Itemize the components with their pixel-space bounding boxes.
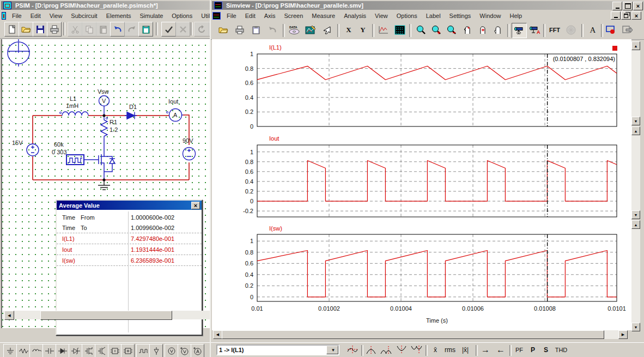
- local-min-button[interactable]: [395, 343, 408, 356]
- psim-menu-item[interactable]: Simulate: [136, 12, 168, 20]
- measure-button[interactable]: [512, 23, 527, 38]
- snapshot-button[interactable]: [604, 23, 618, 37]
- element-subcircuit1-button[interactable]: [108, 344, 121, 357]
- dc-source-90v[interactable]: [183, 148, 196, 160]
- abs-mean-button[interactable]: |x̄|: [458, 343, 472, 356]
- psim-hscrollbar[interactable]: ◀: [3, 311, 210, 319]
- view-netlist-button[interactable]: [138, 22, 153, 37]
- simview-menu-item[interactable]: Settings: [445, 12, 476, 20]
- simview-menu-item[interactable]: Measure: [307, 12, 339, 20]
- element-ground-button[interactable]: [3, 344, 17, 357]
- scroll-left-button[interactable]: ◀: [213, 330, 222, 339]
- psim-menu-item[interactable]: File: [8, 12, 26, 20]
- next-max-button[interactable]: [380, 343, 393, 356]
- simulation-control-clock[interactable]: [8, 39, 30, 66]
- run-simulation-button[interactable]: [161, 22, 176, 37]
- inductor-l1[interactable]: [59, 112, 88, 116]
- simview-menu-item[interactable]: File: [222, 12, 241, 20]
- simview-menu-item[interactable]: Options: [392, 12, 422, 20]
- diode-d1[interactable]: [125, 112, 137, 119]
- jump-forward-button[interactable]: →: [479, 343, 492, 356]
- simview-menu-item[interactable]: View: [370, 12, 392, 20]
- measure-point-button[interactable]: [346, 343, 359, 356]
- save-button[interactable]: [33, 22, 47, 37]
- combobox-dropdown-button[interactable]: ▼: [326, 346, 338, 354]
- print-button[interactable]: [47, 22, 62, 37]
- hand-button[interactable]: [491, 23, 505, 37]
- local-max-button[interactable]: [364, 343, 378, 356]
- zoom-button[interactable]: [414, 23, 428, 37]
- gating-source[interactable]: [66, 155, 96, 165]
- paste-button[interactable]: [96, 22, 111, 37]
- mdi-close-button[interactable]: ×: [631, 11, 641, 20]
- ground-symbol[interactable]: [98, 180, 110, 190]
- simview-menu-item[interactable]: Window: [475, 12, 505, 20]
- time-domain-button[interactable]: [564, 23, 578, 37]
- rerun-button[interactable]: [194, 22, 209, 37]
- element-inductor-button[interactable]: [29, 344, 43, 357]
- text-label-button[interactable]: A: [586, 23, 600, 37]
- curve-view-button[interactable]: [376, 23, 391, 37]
- psim-menu-item[interactable]: Edit: [26, 12, 45, 20]
- element-subcircuit2-button[interactable]: [121, 344, 135, 357]
- simview-menu-item[interactable]: Screen: [280, 12, 307, 20]
- psim-menu-item[interactable]: Elements: [102, 12, 136, 20]
- scroll-right-button[interactable]: ▶: [618, 330, 628, 339]
- psim-menu-item[interactable]: Subcircuit: [66, 12, 101, 20]
- next-min-button[interactable]: [410, 343, 423, 356]
- simview-document-icon[interactable]: [212, 12, 221, 20]
- element-voltage-sensor-button[interactable]: [178, 344, 191, 357]
- scroll-up-button[interactable]: ▲: [631, 126, 640, 135]
- dialog-titlebar[interactable]: Average Value ×: [57, 201, 202, 210]
- scroll-thumb[interactable]: [222, 330, 604, 339]
- thd-button[interactable]: THD: [553, 343, 569, 356]
- pan-add-button[interactable]: [476, 23, 490, 37]
- export-button[interactable]: [621, 23, 635, 37]
- element-squarewave-button[interactable]: [136, 344, 150, 357]
- schematic-canvas[interactable]: 15V L1 1mH Vsw V D1 Iout A R1 1.2 60k 0 …: [1, 39, 210, 328]
- scroll-up-button[interactable]: ▲: [631, 41, 640, 50]
- psim-document-icon[interactable]: [2, 12, 6, 20]
- copy-button[interactable]: [82, 22, 96, 37]
- resistor-r1[interactable]: [101, 116, 108, 139]
- plot1-vscrollbar[interactable]: ▲ ▼: [631, 41, 640, 125]
- measure-label-button[interactable]: A: [528, 23, 542, 37]
- mosfet-switch[interactable]: [96, 139, 115, 180]
- select-cursor-button[interactable]: [320, 23, 334, 37]
- element-capacitor-button[interactable]: [42, 344, 56, 357]
- psim-titlebar[interactable]: PSIM - [D:\prog PSIM\hacheur_parallele.p…: [1, 1, 211, 10]
- mean-button[interactable]: x̄: [429, 343, 442, 356]
- print-button[interactable]: [233, 23, 247, 37]
- rms-button[interactable]: rms: [443, 343, 457, 356]
- x-axis-button[interactable]: X: [342, 23, 356, 37]
- load-data-button[interactable]: DATA: [287, 23, 301, 37]
- element-probe-button[interactable]: [149, 344, 163, 357]
- minimize-button[interactable]: [612, 2, 622, 10]
- cut-button[interactable]: [68, 22, 82, 37]
- simview-menu-item[interactable]: Axis: [260, 12, 280, 20]
- add-curve-button[interactable]: [303, 23, 318, 37]
- scroll-down-button[interactable]: ▼: [631, 117, 640, 125]
- dialog-close-button[interactable]: ×: [191, 202, 200, 209]
- scroll-down-button[interactable]: ▼: [631, 323, 640, 331]
- pan-move-button[interactable]: [460, 23, 475, 37]
- cancel-simulation-button[interactable]: [175, 22, 190, 37]
- element-voltmeter-button[interactable]: [165, 344, 178, 357]
- scroll-down-button[interactable]: ▼: [631, 210, 640, 219]
- copy-to-clipboard-button[interactable]: [249, 23, 263, 37]
- curve-select-combobox[interactable]: 1 -> I(L1) ▼: [216, 344, 339, 355]
- maximize-button[interactable]: [623, 2, 633, 10]
- jump-back-button[interactable]: ←: [494, 343, 507, 356]
- psim-menu-item[interactable]: View: [45, 12, 67, 20]
- plot2-vscrollbar[interactable]: ▲ ▼: [631, 126, 640, 219]
- scroll-up-button[interactable]: ▲: [631, 220, 640, 229]
- screen-split-button[interactable]: [393, 23, 407, 37]
- open-file-button[interactable]: [19, 22, 33, 37]
- element-zener-button[interactable]: [69, 344, 82, 357]
- waveform-plot-area[interactable]: 00.20.40.60.81I(L1)(0.0100807 , 0.832094…: [212, 39, 631, 330]
- new-file-button[interactable]: [4, 22, 19, 37]
- dc-source-15v[interactable]: [27, 144, 39, 156]
- element-current-sensor-button[interactable]: [191, 344, 204, 357]
- redo-button[interactable]: [124, 22, 139, 37]
- undo-button[interactable]: [265, 23, 280, 37]
